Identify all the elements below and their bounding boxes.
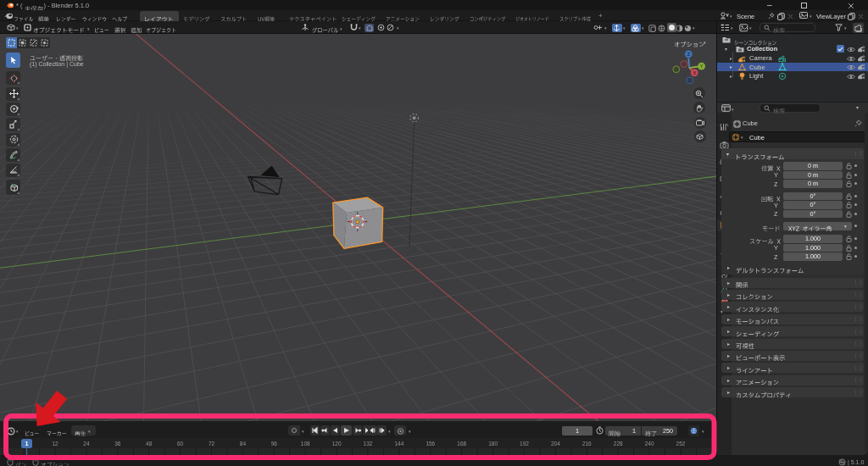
- svg-text:X: X: [693, 70, 696, 75]
- svg-text:Y: Y: [699, 64, 703, 69]
